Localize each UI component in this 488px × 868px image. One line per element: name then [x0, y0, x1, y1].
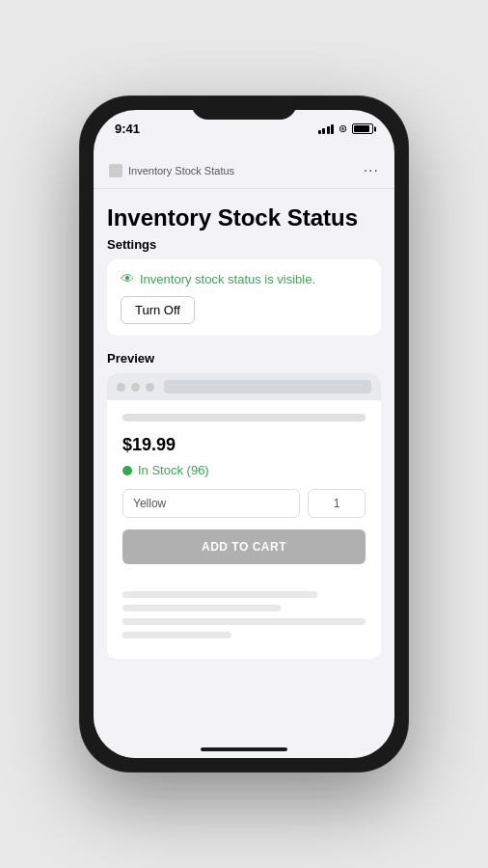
- add-to-cart-button[interactable]: ADD TO CART: [122, 529, 366, 564]
- browser-dot-2: [131, 383, 140, 392]
- phone-frame: 9:41 ⊛ Inventory Stock Status ···: [80, 96, 408, 772]
- content-lines: [107, 591, 381, 659]
- wifi-icon: ⊛: [339, 122, 347, 135]
- turn-off-button[interactable]: Turn Off: [121, 296, 195, 324]
- browser-dot-1: [117, 383, 125, 392]
- page-title: Inventory Stock Status: [107, 204, 381, 231]
- content-line-4: [122, 632, 231, 638]
- product-image-placeholder: [122, 414, 366, 421]
- preview-section-label: Preview: [107, 351, 381, 366]
- settings-section-label: Settings: [107, 237, 381, 252]
- preview-card: $19.99 In Stock (96) Yellow 1 ADD TO CAR…: [107, 373, 381, 659]
- nav-bar: Inventory Stock Status ···: [94, 152, 394, 189]
- eye-icon: 👁: [121, 271, 134, 286]
- product-preview: $19.99 In Stock (96) Yellow 1 ADD TO CAR…: [107, 400, 381, 591]
- nav-more-button[interactable]: ···: [364, 163, 379, 178]
- phone-screen: 9:41 ⊛ Inventory Stock Status ···: [94, 110, 394, 758]
- content-line-2: [122, 605, 281, 611]
- status-icons: ⊛: [318, 122, 374, 135]
- visibility-row: 👁 Inventory stock status is visible.: [121, 271, 367, 286]
- browser-dot-3: [146, 383, 154, 392]
- nav-left: Inventory Stock Status: [109, 164, 234, 177]
- variant-row: Yellow 1: [122, 489, 366, 518]
- home-indicator: [94, 741, 394, 758]
- product-price: $19.99: [122, 435, 366, 455]
- status-time: 9:41: [115, 122, 140, 136]
- browser-bar: [107, 373, 381, 400]
- stock-row: In Stock (96): [122, 463, 366, 477]
- quantity-input[interactable]: 1: [308, 489, 366, 518]
- nav-page-icon: [109, 164, 122, 177]
- signal-icon: [318, 124, 335, 134]
- page-content: Inventory Stock Status Settings 👁 Invent…: [94, 189, 394, 741]
- nav-title: Inventory Stock Status: [128, 165, 234, 176]
- stock-text: In Stock (96): [138, 463, 209, 477]
- content-line-3: [122, 618, 366, 625]
- phone-notch: [191, 96, 297, 120]
- variant-select[interactable]: Yellow: [122, 489, 300, 518]
- home-bar: [201, 747, 287, 751]
- stock-dot-icon: [122, 466, 132, 475]
- visibility-text: Inventory stock status is visible.: [140, 272, 315, 286]
- settings-card: 👁 Inventory stock status is visible. Tur…: [107, 259, 381, 336]
- content-line-1: [122, 591, 317, 598]
- battery-icon: [352, 123, 373, 134]
- browser-url-bar: [164, 380, 371, 393]
